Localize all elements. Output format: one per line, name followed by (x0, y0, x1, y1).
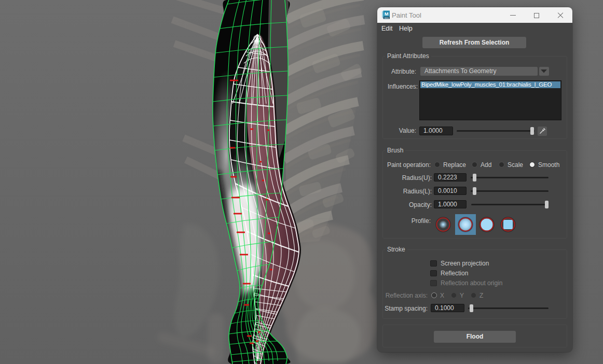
svg-text:M: M (385, 11, 389, 17)
svg-text:MAYA: MAYA (384, 17, 389, 19)
